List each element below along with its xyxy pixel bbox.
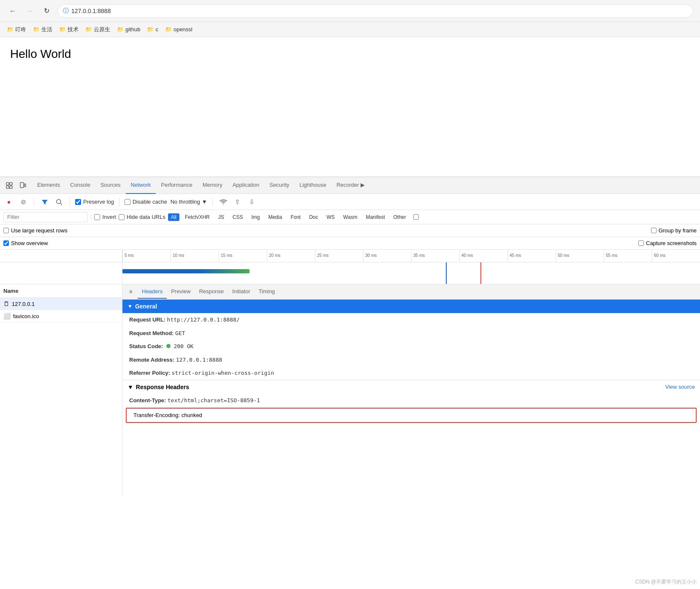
detail-tab-response[interactable]: Response: [195, 285, 228, 299]
filter-img-button[interactable]: Img: [248, 213, 263, 221]
security-icon: ⓘ: [63, 7, 69, 15]
capture-screenshots-checkbox[interactable]: [638, 240, 644, 246]
bookmark-tech[interactable]: 📁 技术: [59, 26, 79, 33]
devtools-tab-bar: Elements Console Sources Network Perform…: [0, 177, 700, 194]
hide-data-urls-label[interactable]: Hide data URLs: [119, 214, 166, 220]
forward-button[interactable]: →: [24, 5, 35, 17]
filter-doc-button[interactable]: Doc: [306, 213, 321, 221]
options-left-2: Show overview: [3, 240, 48, 246]
response-headers-section[interactable]: ▼ Response Headers View source: [122, 380, 700, 394]
request-item-favicon[interactable]: ⬜ favicon.ico: [0, 310, 122, 322]
detail-tab-timing[interactable]: Timing: [255, 285, 279, 299]
tab-security[interactable]: Security: [264, 177, 294, 194]
invert-label: Invert: [102, 214, 116, 220]
triangle-icon: ▼: [128, 303, 133, 309]
tick-35ms: 35 ms: [411, 250, 459, 262]
options-row: Use large request rows Group by frame: [0, 224, 700, 237]
capture-screenshots-label[interactable]: Capture screenshots: [638, 240, 697, 246]
filter-fetchxhr-button[interactable]: Fetch/XHR: [182, 213, 213, 221]
svg-point-6: [57, 199, 61, 204]
disable-cache-checkbox-label[interactable]: Disable cache: [125, 199, 167, 205]
filter-button[interactable]: [39, 196, 50, 207]
folder-icon: 📁: [7, 26, 14, 33]
filter-ws-button[interactable]: WS: [323, 213, 337, 221]
bookmark-cloudnative[interactable]: 📁 云原生: [85, 26, 110, 33]
close-detail-button[interactable]: ×: [126, 287, 136, 297]
tick-40ms: 40 ms: [459, 250, 507, 262]
address-bar[interactable]: ⓘ 127.0.0.1:8888: [57, 4, 693, 18]
transfer-encoding-value: chunked: [182, 412, 202, 418]
view-source-link[interactable]: View source: [665, 384, 695, 390]
filter-js-button[interactable]: JS: [215, 213, 227, 221]
capture-screenshots-text: Capture screenshots: [646, 240, 697, 246]
preserve-log-checkbox[interactable]: [75, 199, 81, 205]
show-overview-text: Show overview: [11, 240, 48, 246]
detail-tab-headers[interactable]: Headers: [138, 285, 167, 299]
back-button[interactable]: ←: [7, 5, 19, 17]
filter-other-button[interactable]: Other: [391, 213, 409, 221]
tick-50ms: 50 ms: [556, 250, 604, 262]
large-rows-text: Use large request rows: [11, 227, 68, 234]
filter-font-button[interactable]: Font: [288, 213, 304, 221]
disable-cache-checkbox[interactable]: [125, 199, 130, 205]
toolbar-divider-1: [34, 198, 34, 206]
bookmark-dingdong[interactable]: 📁 叮咚: [7, 26, 26, 33]
filter-input[interactable]: [3, 212, 88, 222]
bookmark-life[interactable]: 📁 生活: [33, 26, 52, 33]
timeline-bar-area: [0, 262, 700, 284]
hide-data-urls-checkbox[interactable]: [119, 214, 125, 220]
device-toolbar-button[interactable]: [17, 180, 29, 191]
tab-network[interactable]: Network: [126, 177, 156, 194]
inspect-element-button[interactable]: [3, 180, 15, 191]
timeline-ruler: 5 ms 10 ms 15 ms 20 ms 25 ms 30 ms 35 ms…: [122, 250, 700, 262]
bookmark-github[interactable]: 📁 github: [117, 26, 140, 33]
invert-checkbox-label[interactable]: Invert: [94, 214, 116, 220]
response-section-left: ▼ Response Headers: [128, 384, 189, 390]
more-filters-checkbox[interactable]: [413, 214, 419, 220]
preserve-log-checkbox-label[interactable]: Preserve log: [75, 199, 114, 205]
show-overview-checkbox[interactable]: [3, 240, 9, 246]
disable-cache-label: Disable cache: [133, 199, 167, 205]
record-button[interactable]: ●: [3, 196, 14, 207]
timeline-request-bar: [122, 269, 250, 273]
reload-button[interactable]: ↻: [41, 5, 52, 17]
show-overview-label[interactable]: Show overview: [3, 240, 48, 246]
filter-all-button[interactable]: All: [168, 213, 179, 221]
tab-elements[interactable]: Elements: [32, 177, 65, 194]
request-url-row: Request URL: http://127.0.0.1:8888/: [122, 313, 700, 327]
tab-sources[interactable]: Sources: [95, 177, 126, 194]
bookmark-openssl[interactable]: 📁 openssl: [165, 26, 193, 33]
detail-tab-initiator[interactable]: Initiator: [228, 285, 255, 299]
watermark: CSDN @不爱学习的王小小: [635, 578, 697, 586]
group-by-frame-checkbox[interactable]: [651, 228, 657, 233]
remote-address-key: Remote Address:: [129, 357, 174, 363]
tab-memory[interactable]: Memory: [198, 177, 228, 194]
detail-tab-preview[interactable]: Preview: [167, 285, 195, 299]
bookmark-c[interactable]: 📁 c: [147, 26, 158, 33]
download-icon-button[interactable]: ⇩: [247, 196, 258, 207]
upload-icon-button[interactable]: ⇧: [232, 196, 243, 207]
filter-wasm-button[interactable]: Wasm: [340, 213, 361, 221]
wifi-icon-button[interactable]: [218, 196, 229, 207]
tab-recorder[interactable]: Recorder ▶: [331, 177, 370, 194]
general-section-header[interactable]: ▼ General: [122, 300, 700, 313]
throttle-dropdown[interactable]: No throttling ▼: [171, 199, 207, 205]
tab-lighthouse[interactable]: Lighthouse: [294, 177, 331, 194]
preserve-log-label: Preserve log: [83, 199, 114, 205]
search-button[interactable]: [54, 196, 65, 207]
request-item-root[interactable]: 🗒 127.0.0.1: [0, 298, 122, 310]
invert-checkbox[interactable]: [94, 214, 100, 220]
large-rows-label[interactable]: Use large request rows: [3, 227, 68, 234]
tab-performance[interactable]: Performance: [156, 177, 197, 194]
clear-button[interactable]: ⊘: [18, 196, 29, 207]
filter-media-button[interactable]: Media: [265, 213, 285, 221]
group-by-frame-label[interactable]: Group by frame: [651, 227, 697, 234]
request-method-row: Request Method: GET: [122, 327, 700, 340]
triangle-icon-2: ▼: [128, 384, 133, 390]
tab-console[interactable]: Console: [65, 177, 95, 194]
large-rows-checkbox[interactable]: [3, 228, 9, 233]
status-code-row: Status Code: 200 OK: [122, 340, 700, 353]
filter-css-button[interactable]: CSS: [230, 213, 246, 221]
filter-manifest-button[interactable]: Manifest: [363, 213, 388, 221]
tab-application[interactable]: Application: [228, 177, 265, 194]
